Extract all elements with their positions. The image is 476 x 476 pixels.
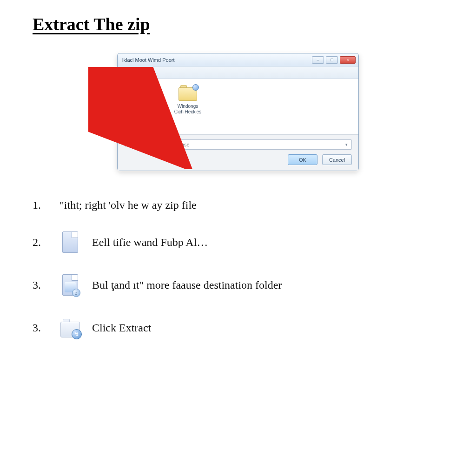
step-text: Bul ţand ıt" more faause destination fol… — [92, 279, 443, 291]
step-text: Click Extract — [92, 322, 443, 334]
extract-dialog: lklacl Moot Wimd Poort – □ × Cape Desfer… — [117, 53, 359, 171]
folder-icon — [178, 85, 197, 101]
step-number: 2. — [33, 236, 48, 249]
dialog-footer: Coicce Fifles dib haliease ▾ OK Cancel — [118, 134, 358, 171]
dialog-titlebar: lklacl Moot Wimd Poort – □ × — [118, 53, 358, 66]
dialog-icon-label: Windongs Cich Heckies — [172, 104, 204, 115]
step-number: 3. — [33, 279, 48, 291]
step-text: "itht; right 'olv he w ay zip file — [60, 199, 443, 212]
destination-path-input[interactable]: Fifles dib haliease ▾ — [145, 139, 352, 150]
path-label: Coicce — [124, 142, 140, 147]
step-2: 2. Eell tifie wand Fubp Al… — [33, 230, 443, 254]
dialog-body: Desferations Niine Windongs Cich Heckies — [118, 79, 358, 134]
step-3: 3. ⌂ Bul ţand ıt" more faause destinatio… — [33, 273, 443, 297]
step-number: 3. — [33, 322, 48, 334]
badge-icon: ⌂ — [72, 289, 80, 297]
dialog-icon-windows[interactable]: Windongs Cich Heckies — [172, 85, 204, 131]
step-1: 1. "itht; right 'olv he w ay zip file — [33, 199, 443, 212]
step-4: 3. ↯ Click Extract — [33, 316, 443, 340]
cancel-button[interactable]: Cancel — [322, 154, 352, 165]
path-value-text: Fifles dib haliease — [149, 142, 190, 147]
device-icon — [133, 85, 152, 102]
step-number: 1. — [33, 199, 48, 212]
file-page-icon — [62, 231, 78, 253]
dialog-title-text: lklacl Moot Wimd Poort — [122, 57, 312, 63]
menubar-orb-icon — [122, 69, 129, 76]
ok-button[interactable]: OK — [288, 154, 317, 165]
menubar-label: Cape — [132, 70, 145, 75]
dialog-illustration: lklacl Moot Wimd Poort – □ × Cape Desfer… — [33, 53, 443, 171]
maximize-button[interactable]: □ — [326, 56, 338, 64]
page-title: Extract The zip — [33, 14, 443, 34]
step-text: Eell tifie wand Fubp Al… — [92, 236, 443, 249]
chevron-down-icon: ▾ — [345, 142, 348, 147]
dialog-icon-label: Desferations Niine — [126, 105, 159, 116]
instruction-steps: 1. "itht; right 'olv he w ay zip file 2.… — [33, 199, 443, 340]
dialog-icon-destinations[interactable]: Desferations Niine — [126, 85, 159, 131]
dialog-menubar: Cape — [118, 66, 358, 79]
file-page-icon: ⌂ — [62, 274, 78, 296]
minimize-button[interactable]: – — [312, 56, 324, 64]
extract-badge-icon: ↯ — [72, 329, 82, 339]
close-button[interactable]: × — [340, 56, 356, 64]
folder-extract-icon: ↯ — [60, 318, 80, 337]
